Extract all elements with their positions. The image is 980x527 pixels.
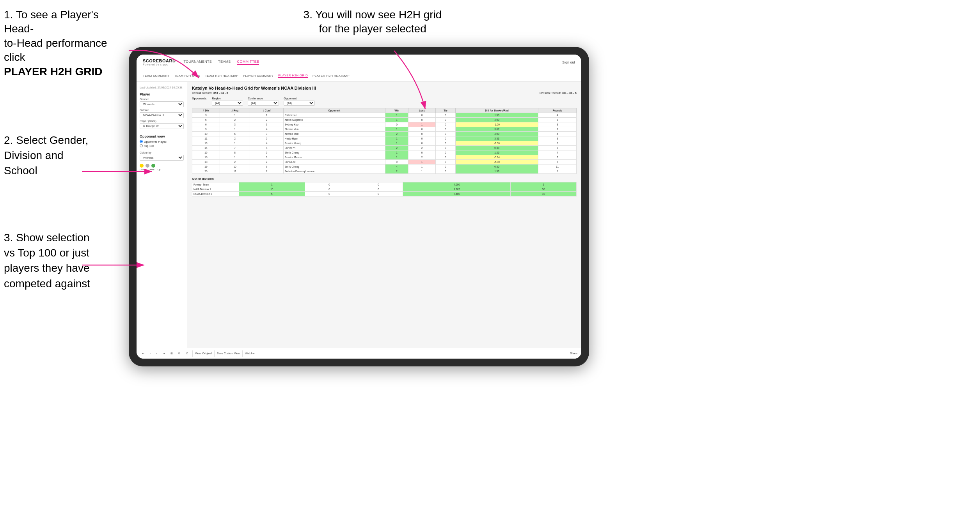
- division-label: Division: [140, 109, 184, 111]
- table-row: 20 11 7 Federica Domecq Lacroze 2 1 0 1.…: [192, 169, 577, 174]
- instruction-step3-top: 3. You will now see H2H grid for the pla…: [300, 8, 445, 36]
- back-btn[interactable]: ‹: [148, 351, 152, 355]
- gender-label: Gender: [140, 98, 184, 101]
- table-row: 15 8 5 Stella Cheng 1 0 0 1.25 4: [192, 150, 577, 155]
- filter-region-label: Region: [212, 97, 243, 100]
- instruction-step3-bottom: 3. Show selection vs Top 100 or just pla…: [4, 230, 129, 291]
- filter-conference-select[interactable]: (All): [248, 101, 279, 106]
- table-row: 5 2 2 Alexis Sudjianto 1 0 0 4.00 3: [192, 118, 577, 122]
- save-custom-btn[interactable]: Save Custom View: [217, 352, 240, 355]
- filter-opponent-select[interactable]: (All): [284, 101, 315, 106]
- colour-by-label: Colour by: [140, 151, 184, 154]
- col-tie: Tie: [435, 108, 455, 113]
- colour-legend: [140, 164, 184, 168]
- colour-up: [151, 164, 155, 168]
- grid-btn[interactable]: ⊞: [169, 351, 174, 356]
- table-row: 9 1 4 Sharon Mun 1 0 0 3.67 3: [192, 127, 577, 132]
- redo-btn[interactable]: ↪: [161, 351, 167, 356]
- filter-conference-label: Conference: [248, 97, 279, 100]
- nav-bar: SCOREBOARD Powered by clippd TOURNAMENTS…: [137, 55, 581, 70]
- filter-opponent-label: Opponent: [284, 97, 315, 100]
- share-btn[interactable]: Share: [570, 352, 577, 355]
- logo: SCOREBOARD Powered by clippd: [143, 58, 176, 66]
- table-row: 19 10 6 Emily Chang 4 1 0 0.30 11: [192, 164, 577, 169]
- sub-nav-player-h2h-heatmap[interactable]: PLAYER H2H HEATMAP: [312, 74, 350, 78]
- filter-opponents-label: Opponents:: [192, 97, 207, 100]
- colour-down: [140, 164, 144, 168]
- filter-opponent-group: Opponent (All): [284, 97, 315, 106]
- col-reg: # Reg: [220, 108, 250, 113]
- sub-nav: TEAM SUMMARY TEAM H2H GRID TEAM H2H HEAT…: [137, 70, 581, 82]
- filter-opponents: Opponents:: [192, 97, 207, 106]
- col-conf: # Conf: [250, 108, 283, 113]
- sub-nav-player-h2h-grid[interactable]: PLAYER H2H GRID: [278, 74, 308, 78]
- nav-tournaments[interactable]: TOURNAMENTS: [183, 60, 212, 65]
- nav-committee[interactable]: COMMITTEE: [237, 60, 259, 65]
- view-original-btn[interactable]: View: Original: [195, 352, 212, 355]
- main-content: Last Updated: 27/03/2024 16:55:38 Player…: [137, 82, 581, 348]
- colour-level: [146, 164, 149, 168]
- nav-links: TOURNAMENTS TEAMS COMMITTEE: [183, 60, 562, 65]
- table-row: 16 1 3 Jessica Mason 1 2 0 -0.94 7: [192, 155, 577, 160]
- sub-nav-player-summary[interactable]: PLAYER SUMMARY: [243, 74, 273, 78]
- share2-btn[interactable]: ⧉: [177, 351, 182, 356]
- separator3: [242, 350, 243, 357]
- forward-btn[interactable]: ›: [154, 351, 158, 355]
- filter-conference-group: Conference (All): [248, 97, 279, 106]
- player-rank-label: Player (Rank): [140, 120, 184, 122]
- col-opponent: Opponent: [283, 108, 385, 113]
- sub-nav-team-h2h-grid[interactable]: TEAM H2H GRID: [174, 74, 201, 78]
- table-row: 6 3 3 Sydney Kuo 0 1 0 -1.00 3: [192, 122, 577, 127]
- instruction-step2: 2. Select Gender, Division and School: [4, 133, 121, 179]
- overall-record: Overall Record: 353 - 34 - 6: [192, 91, 228, 95]
- table-row: 13 1 4 Jessica Huang 1 0 0 -3.00 2: [192, 141, 577, 146]
- instruction-step1: 1. To see a Player's Head- to-Head perfo…: [4, 8, 125, 79]
- nav-teams[interactable]: TEAMS: [218, 60, 231, 65]
- undo-btn[interactable]: ↩: [140, 351, 146, 356]
- filter-section: Opponents: Region (All) Conference (All): [192, 97, 577, 106]
- colour-by-select[interactable]: Win/loss: [140, 155, 184, 161]
- tablet-frame: SCOREBOARD Powered by clippd TOURNAMENTS…: [129, 47, 589, 366]
- out-table-row: NCAA Division 2 5 0 0 7.400 10: [192, 192, 577, 196]
- grid-subtitle: Overall Record: 353 - 34 - 6 Division Re…: [192, 91, 577, 95]
- table-row: 18 2 2 Euna Lee 0 1 0 -5.00 2: [192, 160, 577, 164]
- radio-opponents-played[interactable]: Opponents Played: [140, 140, 184, 143]
- col-div: # Div: [192, 108, 220, 113]
- last-updated: Last Updated: 27/03/2024 16:55:38: [140, 86, 184, 89]
- table-row: 3 1 1 Esther Lee 1 0 0 1.50 4: [192, 113, 577, 118]
- col-rounds: Rounds: [538, 108, 576, 113]
- sub-nav-team-h2h-heatmap[interactable]: TEAM H2H HEATMAP: [205, 74, 238, 78]
- col-win: Win: [385, 108, 408, 113]
- col-loss: Loss: [408, 108, 436, 113]
- division-record: Division Record: 331 - 34 - 6: [540, 91, 577, 95]
- nav-sign-out[interactable]: Sign out: [562, 60, 575, 64]
- colour-section: Colour by Win/loss Down Level Up: [140, 151, 184, 171]
- tablet-screen: SCOREBOARD Powered by clippd TOURNAMENTS…: [137, 55, 581, 359]
- separator1: [192, 350, 193, 357]
- table-row: 11 2 5 Heejo Hyun 1 0 0 3.33 3: [192, 136, 577, 141]
- out-table-row: NAIA Division 1 15 0 0 9.267 30: [192, 187, 577, 192]
- gender-select[interactable]: Women's: [140, 101, 184, 107]
- sub-nav-team-summary[interactable]: TEAM SUMMARY: [143, 74, 170, 78]
- player-rank-select[interactable]: 8. Katelyn Vo: [140, 123, 184, 129]
- out-table-row: Foreign Team 1 0 0 4.500 2: [192, 182, 577, 187]
- opponent-view-title: Opponent view: [140, 134, 184, 138]
- table-row: 14 7 4 Eunice Yi 2 2 0 0.38 9: [192, 146, 577, 150]
- right-panel: Katelyn Vo Head-to-Head Grid for Women's…: [187, 82, 581, 348]
- table-row: 10 6 3 Andrea York 2 0 0 4.00 4: [192, 132, 577, 136]
- col-diff: Diff Av Strokes/Rnd: [455, 108, 538, 113]
- h2h-table: # Div # Reg # Conf Opponent Win Loss Tie…: [192, 108, 577, 174]
- out-of-division-table: Foreign Team 1 0 0 4.500 2 NAIA Division…: [192, 182, 577, 196]
- out-of-division-title: Out of division: [192, 177, 577, 180]
- watch-btn[interactable]: Watch ▾: [245, 352, 255, 355]
- bottom-toolbar: ↩ ‹ › ↪ ⊞ ⧉ ⏱ View: Original Save Custom…: [137, 348, 581, 359]
- colour-labels: Down Level Up: [140, 168, 184, 171]
- player-section-title: Player: [140, 92, 184, 96]
- division-select[interactable]: NCAA Division III: [140, 112, 184, 118]
- left-panel: Last Updated: 27/03/2024 16:55:38 Player…: [137, 82, 187, 348]
- filter-region-select[interactable]: (All): [212, 101, 243, 106]
- radio-top100[interactable]: Top 100: [140, 144, 184, 147]
- clock-btn[interactable]: ⏱: [184, 351, 190, 355]
- separator2: [214, 350, 215, 357]
- filter-region-group: Region (All): [212, 97, 243, 106]
